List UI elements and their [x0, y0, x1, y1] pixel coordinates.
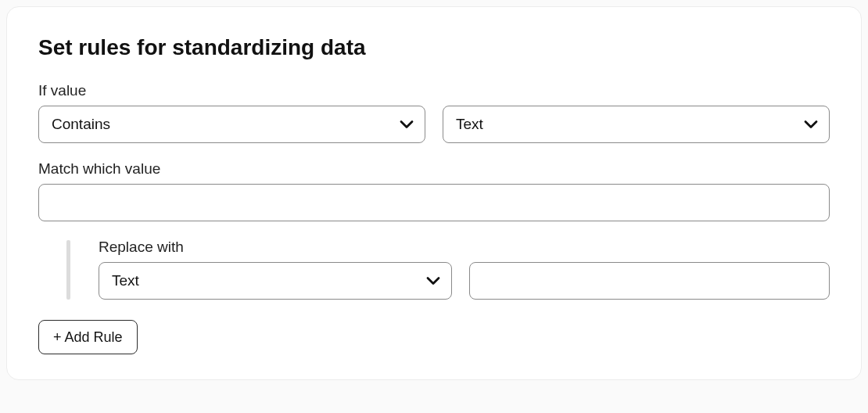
- condition-select[interactable]: Contains: [38, 106, 425, 143]
- replace-type-select[interactable]: Text: [99, 262, 452, 300]
- if-type-select[interactable]: Text: [443, 106, 830, 143]
- replace-value-input[interactable]: [469, 262, 830, 300]
- if-value-label: If value: [38, 82, 830, 99]
- if-value-section: If value Contains Text: [38, 82, 830, 143]
- match-value-input[interactable]: [38, 184, 830, 221]
- condition-select-value: Contains: [52, 116, 110, 133]
- replace-section: Replace with Text: [38, 239, 830, 300]
- rules-card: Set rules for standardizing data If valu…: [6, 6, 862, 380]
- match-value-label: Match which value: [38, 160, 830, 178]
- section-indent-bar: [66, 240, 70, 300]
- replace-with-label: Replace with: [99, 239, 830, 256]
- match-value-section: Match which value: [38, 160, 830, 239]
- add-rule-button[interactable]: + Add Rule: [38, 320, 138, 354]
- card-title: Set rules for standardizing data: [38, 35, 830, 60]
- if-type-select-value: Text: [456, 116, 483, 133]
- replace-type-select-value: Text: [112, 272, 139, 289]
- add-rule-label: + Add Rule: [53, 329, 123, 346]
